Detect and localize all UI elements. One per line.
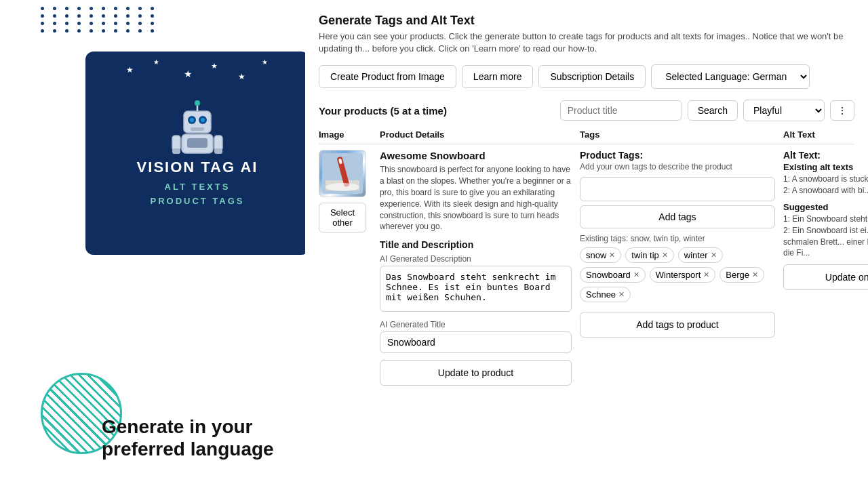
products-label: Your products (5 at a time) <box>319 105 447 117</box>
svg-rect-10 <box>214 136 222 150</box>
tag-chip-berge: Berge ✕ <box>719 267 764 283</box>
products-header: Your products (5 at a time) Search Playf… <box>319 100 854 121</box>
tag-chip-twintip: twin tip ✕ <box>625 247 673 263</box>
dot <box>77 22 81 25</box>
dot <box>90 7 93 10</box>
dot <box>65 22 68 25</box>
dot <box>102 7 105 10</box>
dot <box>151 22 154 25</box>
col-header-image: Image <box>319 129 380 140</box>
dot <box>126 29 130 33</box>
dot <box>53 29 56 33</box>
col-image: Select other <box>319 150 380 386</box>
tag-remove-snowboard[interactable]: ✕ <box>633 270 639 279</box>
tag-remove-wintersport[interactable]: ✕ <box>703 270 709 279</box>
dot <box>102 14 105 18</box>
more-button[interactable]: ⋮ <box>830 100 854 121</box>
tag-remove-berge[interactable]: ✕ <box>752 270 758 279</box>
subscription-btn[interactable]: Subscription Details <box>538 65 646 88</box>
title-desc-heading: Title and Description <box>380 239 572 250</box>
dot <box>138 29 142 33</box>
add-tags-btn[interactable]: Add tags <box>580 205 775 228</box>
ai-desc-textarea[interactable]: Das Snowboard steht senkrecht im Schnee.… <box>380 266 572 312</box>
svg-point-3 <box>190 118 194 122</box>
learn-more-btn[interactable]: Learn more <box>462 65 534 88</box>
svg-rect-9 <box>172 136 180 150</box>
tag-chip-snowboard: Snowboard ✕ <box>580 267 646 283</box>
update-to-product-btn[interactable]: Update to product <box>380 360 572 386</box>
table-header: Image Product Details Tags Alt Text <box>319 129 854 144</box>
tags-chips: snow ✕ twin tip ✕ winter ✕ Snowboard ✕ <box>580 247 775 302</box>
dot <box>114 7 117 10</box>
tag-remove-winter[interactable]: ✕ <box>711 251 717 260</box>
svg-rect-8 <box>187 138 208 148</box>
col-details: Awesome Snowboard This snowboard is perf… <box>380 150 580 386</box>
dot <box>138 7 142 10</box>
snowboard-image <box>322 153 363 194</box>
tone-select[interactable]: Playful Professional Casual <box>743 100 825 121</box>
existing-alt-label: Existing alt texts <box>783 162 868 172</box>
dot <box>41 14 44 18</box>
tags-hint: Add your own tags to describe the produc… <box>580 162 775 171</box>
section-title: Generate Tags and Alt Text <box>319 14 854 28</box>
col-alt: Alt Text: Existing alt texts 1: A snowbo… <box>783 150 868 386</box>
dot <box>53 7 56 10</box>
dot <box>151 7 154 10</box>
dot <box>65 7 68 10</box>
robot-icon <box>167 98 228 159</box>
dot <box>114 22 117 25</box>
dot <box>90 29 93 33</box>
ai-title-input[interactable] <box>380 331 572 353</box>
generate-text: Generate in your preferred language <box>102 415 292 461</box>
hero-title: VISION TAG AI <box>137 159 258 176</box>
ai-desc-label: AI Generated Description <box>380 254 572 264</box>
dot <box>138 22 142 25</box>
col-header-details: Product Details <box>380 129 580 140</box>
dot <box>77 29 81 33</box>
dot <box>102 29 105 33</box>
dot <box>138 14 142 18</box>
tag-chip-schnee: Schnee ✕ <box>580 287 631 302</box>
tag-chip-winter: winter ✕ <box>678 247 723 263</box>
update-on-btn[interactable]: Update on... <box>783 264 868 290</box>
svg-point-6 <box>195 100 200 106</box>
svg-point-4 <box>201 118 205 122</box>
tag-remove-schnee[interactable]: ✕ <box>618 290 625 299</box>
col-tags: Product Tags: Add your own tags to descr… <box>580 150 783 386</box>
dot <box>126 7 130 10</box>
suggested-alt-items: 1: Ein Snowboard steht... 2: Ein Snowboa… <box>783 214 868 259</box>
dot <box>102 22 105 25</box>
create-product-btn[interactable]: Create Product from Image <box>319 65 456 88</box>
left-panel: // Render dots inline after body loads ★… <box>0 0 305 488</box>
section-desc: Here you can see your products. Click th… <box>319 30 854 55</box>
search-button[interactable]: Search <box>688 100 738 121</box>
dot <box>41 29 44 33</box>
svg-point-18 <box>326 183 359 191</box>
dot <box>90 14 93 18</box>
dot <box>151 29 154 33</box>
alt-existing-items: 1: A snowboard is stuck... 2: A snowboar… <box>783 174 868 197</box>
dot <box>77 7 81 10</box>
dot <box>53 14 56 18</box>
add-tags-product-btn[interactable]: Add tags to product <box>580 312 775 338</box>
col-header-tags: Tags <box>580 129 783 140</box>
tags-section-title: Product Tags: <box>580 150 775 161</box>
dot <box>65 29 68 33</box>
svg-rect-12 <box>214 148 222 154</box>
tags-input[interactable] <box>580 177 775 201</box>
search-input[interactable] <box>560 100 682 121</box>
dot <box>41 7 44 10</box>
select-other-button[interactable]: Select other <box>319 203 366 232</box>
svg-rect-11 <box>172 148 180 154</box>
alt-section-title: Alt Text: <box>783 150 868 161</box>
tag-chip-snow: snow ✕ <box>580 247 621 263</box>
existing-tags-label: Existing tags: snow, twin tip, winter <box>580 234 775 243</box>
table-row: Select other Awesome Snowboard This snow… <box>319 150 854 386</box>
hero-subtitle: ALT TEXTS PRODUCT TAGS <box>150 180 244 209</box>
language-select[interactable]: Selected Language: German Selected Langu… <box>651 64 810 89</box>
ai-title-label: AI Generated Title <box>380 320 572 329</box>
dot <box>126 22 130 25</box>
tag-remove-snow[interactable]: ✕ <box>609 251 615 260</box>
suggested-alt-label: Suggested <box>783 202 868 212</box>
tag-remove-twintip[interactable]: ✕ <box>662 251 668 260</box>
